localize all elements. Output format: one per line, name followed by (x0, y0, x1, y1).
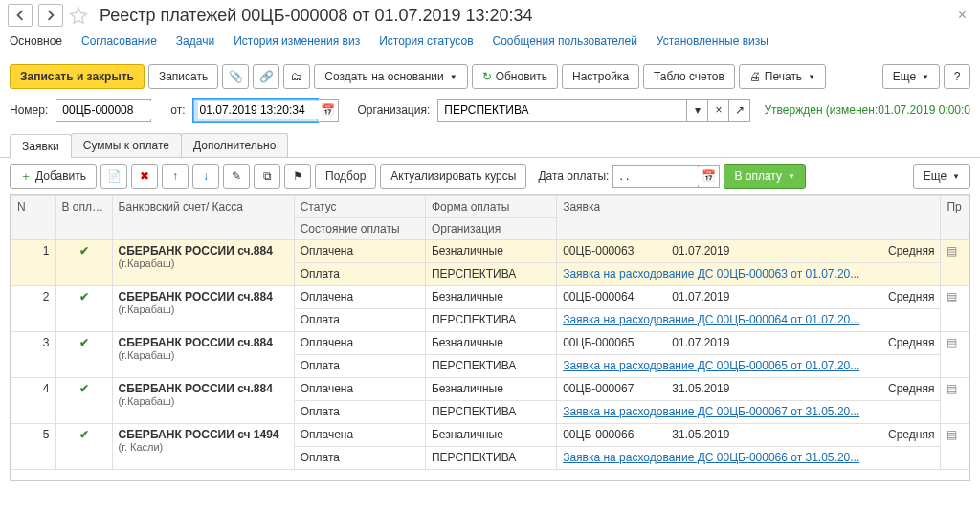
org-clear-button[interactable]: × (708, 99, 729, 122)
favorite-star-icon[interactable] (69, 6, 88, 25)
date-picker-button[interactable]: 📅 (318, 99, 339, 122)
col-bank[interactable]: Банковский счет/ Касса (112, 196, 294, 240)
row-check-button[interactable]: ⚑ (284, 164, 311, 189)
org-dropdown-button[interactable]: ▾ (687, 99, 708, 122)
cell-n: 2 (11, 286, 56, 332)
open-icon: ↗ (735, 103, 745, 117)
col-org[interactable]: Организация (425, 218, 556, 240)
chevron-down-icon: ▼ (788, 172, 795, 181)
nav-forward-button[interactable] (38, 4, 63, 27)
cell-to-pay[interactable]: ✔ (56, 240, 112, 286)
create-based-button[interactable]: Создать на основании▼ (314, 64, 467, 89)
structure-button[interactable]: 🗂 (283, 64, 310, 89)
cell-pr[interactable]: ▤ (941, 240, 969, 286)
arrow-right-icon (45, 10, 56, 21)
save-button[interactable]: Записать (148, 64, 218, 89)
cell-to-pay[interactable]: ✔ (56, 378, 112, 424)
col-to-pay[interactable]: В оплату (56, 196, 112, 240)
cell-request-link[interactable]: Заявка на расходование ДС 00ЦБ-000064 от… (557, 309, 941, 332)
col-pay-state[interactable]: Состояние оплаты (294, 218, 425, 240)
table-row[interactable]: 3✔СБЕРБАНК РОССИИ сч.884(г.Карабаш)Оплач… (11, 332, 969, 355)
cell-to-pay[interactable]: ✔ (56, 332, 112, 378)
org-open-button[interactable]: ↗ (729, 99, 750, 122)
to-pay-button[interactable]: В оплату▼ (724, 164, 805, 189)
move-up-button[interactable]: ↑ (162, 164, 189, 189)
cell-request-link[interactable]: Заявка на расходование ДС 00ЦБ-000065 от… (557, 355, 941, 378)
help-button[interactable]: ? (944, 64, 970, 89)
check-icon: ✔ (79, 336, 89, 349)
related-button[interactable]: 🔗 (253, 64, 279, 89)
accounts-board-button[interactable]: Табло счетов (643, 64, 735, 89)
row-edit-button[interactable]: ✎ (223, 164, 250, 189)
cell-request-link[interactable]: Заявка на расходование ДС 00ЦБ-000063 от… (557, 263, 941, 286)
more-button[interactable]: Еще▼ (882, 64, 940, 89)
cell-to-pay[interactable]: ✔ (56, 286, 112, 332)
add-row-button[interactable]: ＋Добавить (10, 164, 97, 189)
cell-org: ПЕРСПЕКТИВА (425, 355, 556, 378)
navlink-status-history[interactable]: История статусов (379, 34, 473, 48)
cell-request-link[interactable]: Заявка на расходование ДС 00ЦБ-000066 от… (557, 447, 941, 470)
cell-bank: СБЕРБАНК РОССИИ сч.884(г.Карабаш) (112, 240, 294, 286)
navlink-set-visas[interactable]: Установленные визы (657, 34, 768, 48)
navlink-visa-history[interactable]: История изменения виз (234, 34, 360, 48)
sub-more-button[interactable]: Еще▼ (913, 164, 970, 189)
navlink-approval[interactable]: Согласование (81, 34, 157, 48)
cell-pr[interactable]: ▤ (941, 424, 969, 470)
check-icon: ✔ (79, 290, 89, 303)
copy-row-button[interactable]: 📄 (100, 164, 127, 189)
table-row[interactable]: 2✔СБЕРБАНК РОССИИ сч.884(г.Карабаш)Оплач… (11, 286, 969, 309)
number-field[interactable] (56, 99, 151, 122)
row-copy2-button[interactable]: ⧉ (254, 164, 280, 189)
col-pay-form[interactable]: Форма оплаты (425, 196, 556, 218)
delete-row-button[interactable]: ✖ (131, 164, 158, 189)
org-field[interactable] (437, 99, 687, 122)
pay-date-picker[interactable]: 📅 (699, 165, 720, 188)
nav-back-button[interactable] (8, 4, 33, 27)
cell-pr[interactable]: ▤ (941, 378, 969, 424)
cell-request-top: 00ЦБ-00006631.05.2019Средняя (557, 424, 941, 447)
navlink-tasks[interactable]: Задачи (176, 34, 214, 48)
tab-requests[interactable]: Заявки (10, 134, 72, 158)
select-button[interactable]: Подбор (315, 164, 376, 189)
requests-grid[interactable]: N В оплату Банковский счет/ Касса Статус… (10, 194, 970, 481)
note-icon: ▤ (947, 244, 957, 257)
table-row[interactable]: 1✔СБЕРБАНК РОССИИ сч.884(г.Карабаш)Оплач… (11, 240, 969, 263)
table-row[interactable]: 5✔СБЕРБАНК РОССИИ сч 1494(г. Касли)Оплач… (11, 424, 969, 447)
update-rates-button[interactable]: Актуализировать курсы (380, 164, 526, 189)
cell-n: 3 (11, 332, 56, 378)
pay-date-field[interactable] (612, 165, 699, 188)
col-request[interactable]: Заявка (557, 196, 941, 240)
print-button[interactable]: 🖨Печать▼ (739, 64, 826, 89)
cell-request-link[interactable]: Заявка на расходование ДС 00ЦБ-000067 от… (557, 401, 941, 424)
question-icon: ? (954, 70, 961, 83)
cell-to-pay[interactable]: ✔ (56, 424, 112, 470)
col-pr[interactable]: Пр (941, 196, 969, 240)
date-field[interactable] (193, 99, 318, 122)
refresh-button[interactable]: ↻Обновить (472, 64, 558, 89)
cell-pr[interactable]: ▤ (941, 332, 969, 378)
calendar-icon: 📅 (702, 169, 716, 183)
cell-org: ПЕРСПЕКТИВА (425, 309, 556, 332)
cell-status: Оплачена (294, 424, 425, 447)
number-label: Номер: (10, 103, 48, 117)
attach-button[interactable]: 📎 (222, 64, 249, 89)
close-button[interactable]: × (952, 7, 972, 24)
move-down-button[interactable]: ↓ (192, 164, 219, 189)
arrow-left-icon (14, 10, 26, 21)
tab-sums[interactable]: Суммы к оплате (71, 133, 182, 157)
cell-pr[interactable]: ▤ (941, 286, 969, 332)
navlink-user-messages[interactable]: Сообщения пользователей (493, 34, 637, 48)
save-close-button[interactable]: Записать и закрыть (10, 64, 145, 89)
cell-org: ПЕРСПЕКТИВА (425, 263, 556, 286)
note-icon: ▤ (947, 382, 957, 395)
col-status[interactable]: Статус (294, 196, 425, 218)
navlink-main[interactable]: Основное (10, 34, 62, 48)
col-n[interactable]: N (11, 196, 56, 240)
settings-button[interactable]: Настройка (562, 64, 639, 89)
note-icon: ▤ (947, 428, 957, 441)
table-row[interactable]: 4✔СБЕРБАНК РОССИИ сч.884(г.Карабаш)Оплач… (11, 378, 969, 401)
tab-extra[interactable]: Дополнительно (181, 133, 288, 157)
cell-status: Оплачена (294, 240, 425, 263)
note-icon: ▤ (947, 290, 957, 303)
cell-n: 4 (11, 378, 56, 424)
